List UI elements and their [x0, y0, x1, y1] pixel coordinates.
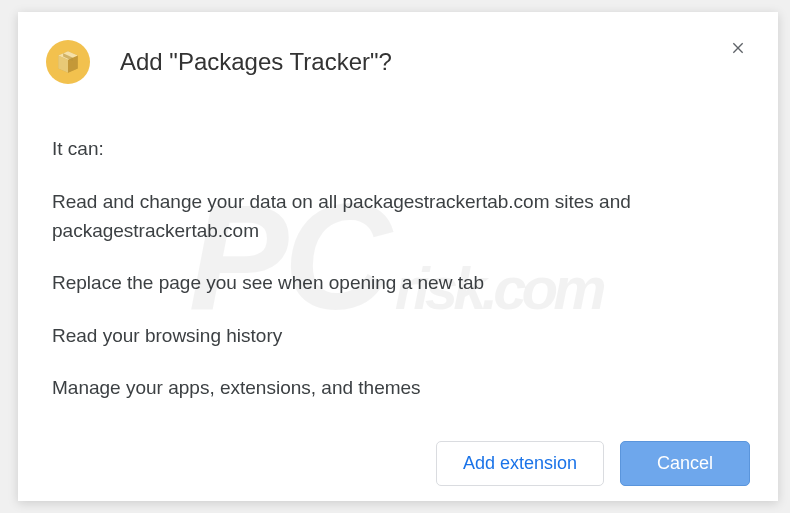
- dialog-buttons: Add extension Cancel: [46, 441, 750, 486]
- permission-item: Read your browsing history: [52, 322, 750, 351]
- dialog-content: It can: Read and change your data on all…: [52, 138, 750, 403]
- cancel-button[interactable]: Cancel: [620, 441, 750, 486]
- extension-install-dialog: Add "Packages Tracker"? It can: Read and…: [18, 12, 778, 501]
- package-box-icon: [55, 49, 81, 75]
- permission-item: Manage your apps, extensions, and themes: [52, 374, 750, 403]
- permission-item: Read and change your data on all package…: [52, 188, 750, 245]
- close-button[interactable]: [726, 36, 750, 60]
- permission-item: Replace the page you see when opening a …: [52, 269, 750, 298]
- close-icon: [730, 40, 746, 56]
- add-extension-button[interactable]: Add extension: [436, 441, 604, 486]
- dialog-header: Add "Packages Tracker"?: [46, 34, 750, 84]
- dialog-title: Add "Packages Tracker"?: [120, 48, 392, 76]
- permissions-intro: It can:: [52, 138, 750, 160]
- extension-icon: [46, 40, 90, 84]
